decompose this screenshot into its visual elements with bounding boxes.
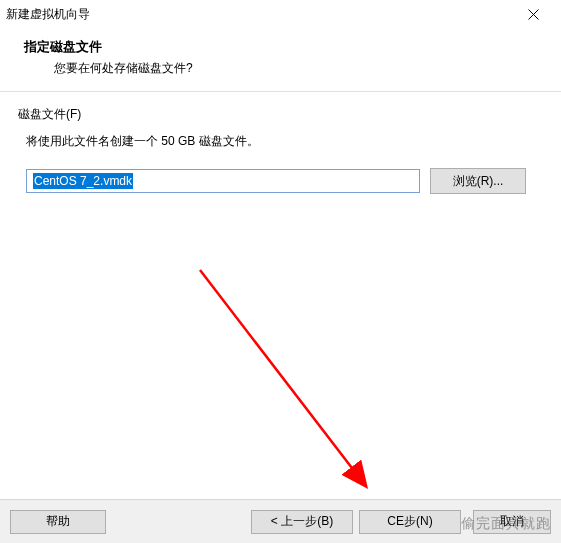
close-button[interactable] <box>513 2 553 26</box>
arrow-annotation <box>190 260 410 500</box>
page-subtitle: 您要在何处存储磁盘文件? <box>54 60 555 77</box>
disk-file-value: CentOS 7_2.vmdk <box>33 173 133 189</box>
next-button[interactable]: CE步(N) <box>359 510 461 534</box>
window-title: 新建虚拟机向导 <box>6 6 90 23</box>
help-button[interactable]: 帮助 <box>10 510 106 534</box>
browse-button[interactable]: 浏览(R)... <box>430 168 526 194</box>
cancel-button[interactable]: 取消 <box>473 510 551 534</box>
back-button[interactable]: < 上一步(B) <box>251 510 353 534</box>
footer-bar: 帮助 < 上一步(B) CE步(N) 取消 <box>0 499 561 543</box>
fieldset-label: 磁盘文件(F) <box>18 106 543 123</box>
disk-file-input[interactable]: CentOS 7_2.vmdk <box>26 169 420 193</box>
svg-line-3 <box>200 270 365 485</box>
page-title: 指定磁盘文件 <box>24 38 555 56</box>
close-icon <box>528 9 539 20</box>
description-text: 将使用此文件名创建一个 50 GB 磁盘文件。 <box>26 133 543 150</box>
